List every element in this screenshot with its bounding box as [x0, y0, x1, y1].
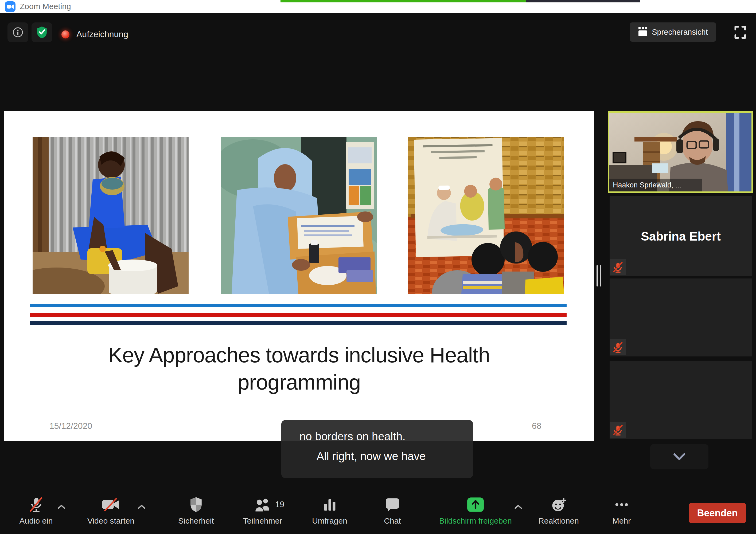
slide-bar-red	[30, 313, 567, 317]
fullscreen-button[interactable]	[731, 23, 749, 41]
info-icon	[12, 27, 23, 38]
shield-check-icon	[36, 26, 48, 39]
slide-bar-blue	[30, 304, 567, 307]
more-dots-icon	[614, 501, 629, 508]
polls-button[interactable]: Umfragen	[303, 496, 356, 530]
recording-indicator: Aufzeichnung	[62, 29, 128, 39]
caption-line1: no borders on health.	[299, 430, 406, 443]
mic-muted-icon	[612, 424, 624, 436]
reactions-label: Reaktionen	[538, 516, 579, 525]
camera-muted-icon	[101, 498, 120, 512]
participants-label: Teilnehmer	[243, 516, 283, 525]
active-speaker-tile[interactable]: Haakon Spriewald, ...	[608, 111, 753, 193]
share-screen-button[interactable]: Bildschirm freigeben	[435, 496, 516, 530]
audio-label: Audio ein	[19, 516, 53, 525]
participant-name: Sabrina Ebert	[609, 229, 752, 243]
polls-label: Umfragen	[312, 516, 347, 525]
window-title: Zoom Meeting	[20, 2, 71, 11]
chat-button[interactable]: Chat	[366, 496, 419, 530]
participant-tile[interactable]: Sabrina Ebert	[609, 196, 752, 276]
video-button[interactable]: Video starten	[83, 496, 139, 530]
fullscreen-icon	[733, 25, 747, 39]
mic-muted-badge	[610, 422, 626, 438]
recording-icon	[62, 31, 69, 38]
security-label: Sicherheit	[178, 516, 214, 525]
reactions-smiley-icon	[551, 497, 566, 512]
mic-muted-icon	[612, 341, 624, 353]
slide-bar-navy	[30, 321, 567, 325]
more-button[interactable]: Mehr	[595, 496, 648, 530]
slide-photo-woman-washing	[33, 137, 189, 294]
security-button[interactable]: Sicherheit	[169, 496, 223, 530]
shield-icon	[189, 496, 203, 513]
more-label: Mehr	[612, 516, 631, 525]
slide-title-line1: Key Approaches towards inclusive Health	[4, 342, 594, 369]
share-controls-strip	[526, 0, 640, 2]
audio-button[interactable]: Audio ein	[11, 496, 62, 530]
mic-muted-icon	[612, 261, 624, 273]
active-speaker-name: Haakon Spriewald, ...	[609, 179, 702, 191]
panel-resize-handle[interactable]	[597, 265, 601, 287]
speaker-view-button[interactable]: Sprecheransicht	[630, 22, 716, 42]
video-label: Video starten	[87, 516, 134, 525]
shared-screen-slide: Key Approaches towards inclusive Health …	[4, 111, 594, 441]
zoom-logo-icon	[5, 1, 15, 12]
speaker-view-label: Sprecheransicht	[652, 28, 708, 37]
slide-title: Key Approaches towards inclusive Health …	[4, 342, 594, 396]
reactions-button[interactable]: Reaktionen	[532, 496, 585, 530]
participants-count-badge: 19	[275, 500, 284, 509]
slide-title-line2: programming	[4, 369, 594, 396]
slide-photo-poster-group	[408, 137, 564, 294]
participant-tile[interactable]	[609, 278, 752, 356]
share-options-chevron[interactable]	[514, 504, 523, 510]
share-screen-icon	[467, 496, 484, 514]
mic-muted-badge	[610, 259, 626, 275]
share-screen-label: Bildschirm freigeben	[439, 516, 512, 525]
chevron-down-icon	[672, 452, 686, 461]
speaker-view-icon	[638, 27, 648, 37]
meeting-info-button[interactable]	[8, 22, 28, 42]
video-options-chevron[interactable]	[137, 504, 146, 510]
screen-share-indicator-strip	[281, 0, 526, 2]
encryption-shield-button[interactable]	[32, 22, 52, 42]
slide-photo-health-kit	[221, 137, 377, 294]
slide-page-number: 68	[532, 421, 542, 431]
recording-label: Aufzeichnung	[76, 29, 128, 39]
scroll-participants-button[interactable]	[650, 444, 709, 470]
live-caption-overlay: no borders on health. All right, now we …	[281, 420, 473, 478]
audio-options-chevron[interactable]	[57, 504, 66, 510]
bar-chart-icon	[323, 497, 336, 512]
chat-bubble-icon	[385, 497, 400, 512]
slide-date: 15/12/2020	[49, 421, 92, 431]
mic-muted-icon	[29, 496, 43, 513]
mic-muted-badge	[610, 339, 626, 355]
chat-label: Chat	[384, 516, 401, 525]
leave-meeting-button[interactable]: Beenden	[689, 503, 746, 523]
participant-tile[interactable]	[609, 361, 752, 439]
participants-icon	[254, 497, 271, 512]
caption-line2: All right, now we have	[316, 450, 426, 463]
